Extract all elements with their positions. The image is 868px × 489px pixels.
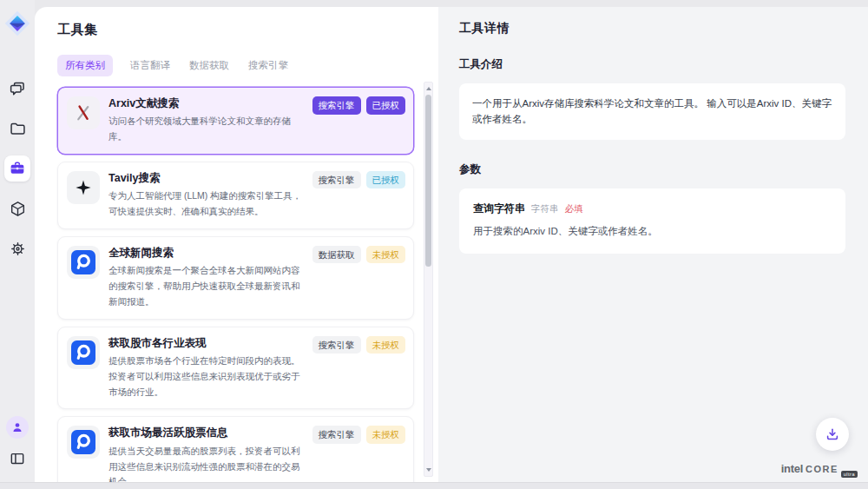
tab-data-fetch[interactable]: 数据获取	[187, 55, 231, 76]
app-window: 工具集 所有类别 语言翻译 数据获取 搜索引擎 Arxiv文献搜索	[0, 0, 868, 483]
intel-wordmark: intel	[781, 462, 803, 475]
core-wordmark: CORE	[806, 464, 838, 474]
tool-cards-list: Arxiv文献搜索 访问各个研究领域大量科学论文和文章的存储库。 搜索引擎 已授…	[35, 85, 438, 482]
tool-card-sector-performance[interactable]: 获取股市各行业表现 提供股票市场各个行业在特定时间段内的表现。投资者可以利用这些…	[57, 327, 414, 410]
tab-search-engine[interactable]: 搜索引擎	[247, 55, 290, 76]
tool-intro-card: 一个用于从Arxiv存储库搜索科学论文和文章的工具。 输入可以是Arxiv ID…	[459, 83, 845, 140]
gear-icon[interactable]	[4, 235, 30, 261]
tool-card-tavily[interactable]: Tavily搜索 专为人工智能代理 (LLM) 构建的搜索引擎工具，可快速提供实…	[57, 162, 414, 229]
category-badge: 搜索引擎	[312, 96, 361, 115]
cube-icon[interactable]	[4, 195, 30, 221]
news-search-icon	[67, 336, 100, 369]
toolbox-icon[interactable]	[4, 155, 30, 182]
page-title: 工具集	[57, 22, 416, 38]
tool-description: 专为人工智能代理 (LLM) 构建的搜索引擎工具，可快速提供实时、准确和真实的结…	[108, 188, 304, 220]
tool-intro-text: 一个用于从Arxiv存储库搜索科学论文和文章的工具。 输入可以是Arxiv ID…	[472, 98, 832, 124]
category-tabs: 所有类别 语言翻译 数据获取 搜索引擎	[57, 55, 416, 76]
tool-description: 提供股票市场各个行业在特定时间段内的表现。投资者可以利用这些信息来识别表现优于或…	[108, 354, 304, 400]
download-icon	[825, 426, 840, 442]
param-required-flag: 必填	[565, 203, 583, 215]
list-header: 工具集 所有类别 语言翻译 数据获取 搜索引擎	[35, 7, 438, 85]
category-badge: 搜索引擎	[312, 426, 361, 444]
folder-icon[interactable]	[4, 116, 30, 142]
left-rail	[0, 0, 35, 482]
layout-panel-icon[interactable]	[6, 447, 29, 470]
star-icon	[67, 171, 100, 204]
news-search-icon	[67, 426, 100, 459]
param-card: 查询字符串 字符串 必填 用于搜索的Arxiv ID、关键字或作者姓名。	[459, 188, 845, 254]
intro-section-title: 工具介绍	[459, 57, 845, 72]
param-type: 字符串	[531, 203, 559, 215]
scrollbar-down-arrow[interactable]	[424, 465, 432, 475]
details-title: 工具详情	[459, 21, 845, 36]
tool-card-global-news[interactable]: 全球新闻搜索 全球新闻搜索是一个聚合全球各大新闻网站内容的搜索引擎，帮助用户快速…	[57, 236, 414, 320]
list-scrollbar[interactable]	[424, 82, 433, 477]
tool-list-pane: 工具集 所有类别 语言翻译 数据获取 搜索引擎 Arxiv文献搜索	[35, 7, 438, 482]
scrollbar-thumb[interactable]	[425, 95, 431, 267]
tool-title: Arxiv文献搜索	[108, 96, 304, 110]
rail-bottom	[6, 416, 29, 470]
tool-description: 访问各个研究领域大量科学论文和文章的存储库。	[108, 114, 304, 145]
auth-status-badge: 已授权	[366, 171, 406, 189]
tool-title: Tavily搜索	[108, 171, 304, 185]
tool-description: 提供当天交易量最高的股票列表，投资者可以利用这些信息来识别流动性强的股票和潜在的…	[108, 444, 304, 482]
auth-status-badge: 已授权	[366, 96, 406, 115]
auth-status-badge: 未授权	[366, 246, 406, 264]
arxiv-icon	[67, 96, 100, 129]
tool-title: 全球新闻搜索	[108, 246, 304, 260]
tool-card-arxiv[interactable]: Arxiv文献搜索 访问各个研究领域大量科学论文和文章的存储库。 搜索引擎 已授…	[57, 87, 414, 155]
tab-translation[interactable]: 语言翻译	[128, 55, 172, 76]
auth-status-badge: 未授权	[366, 426, 406, 444]
category-badge: 搜索引擎	[312, 171, 361, 189]
rail-nav	[4, 76, 30, 261]
tool-card-most-active-stocks[interactable]: 获取市场最活跃股票信息 提供当天交易量最高的股票列表，投资者可以利用这些信息来识…	[57, 416, 414, 482]
tool-title: 获取股市各行业表现	[108, 336, 304, 350]
tool-details-pane: 工具详情 工具介绍 一个用于从Arxiv存储库搜索科学论文和文章的工具。 输入可…	[438, 7, 868, 482]
param-name: 查询字符串	[473, 202, 525, 216]
user-avatar-icon[interactable]	[6, 416, 29, 439]
intel-core-logo: intel CORE ultra	[781, 462, 858, 475]
category-badge: 数据获取	[312, 246, 361, 264]
ultra-badge: ultra	[841, 471, 858, 478]
category-badge: 搜索引擎	[312, 336, 361, 354]
news-search-icon	[67, 246, 100, 279]
tab-all-categories[interactable]: 所有类别	[57, 55, 113, 76]
app-logo[interactable]	[3, 10, 31, 37]
param-description: 用于搜索的Arxiv ID、关键字或作者姓名。	[473, 224, 832, 239]
params-section-title: 参数	[459, 162, 845, 177]
auth-status-badge: 未授权	[366, 336, 406, 354]
download-button[interactable]	[816, 418, 849, 451]
chat-icon[interactable]	[4, 76, 30, 102]
tool-description: 全球新闻搜索是一个聚合全球各大新闻网站内容的搜索引擎，帮助用户快速获取全球最新资…	[108, 263, 304, 310]
scrollbar-up-arrow[interactable]	[424, 83, 432, 94]
tool-title: 获取市场最活跃股票信息	[108, 426, 304, 439]
